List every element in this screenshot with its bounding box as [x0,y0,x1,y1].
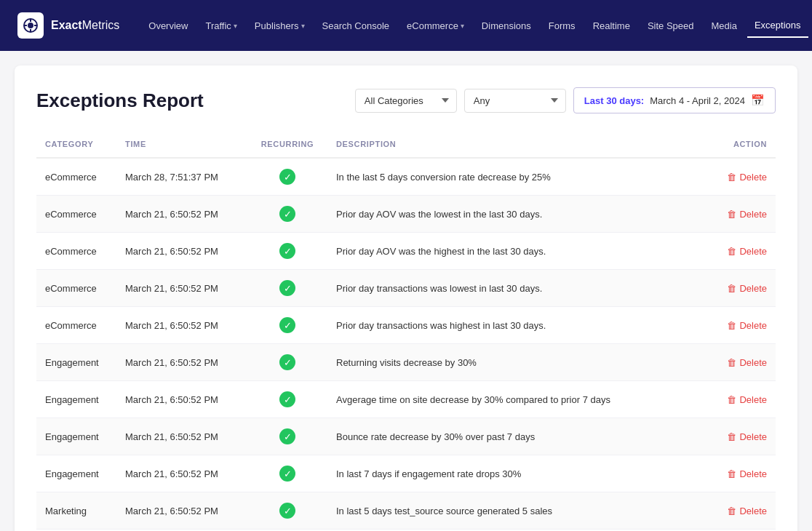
any-filter[interactable]: AnyRecurringNon-recurring [464,89,566,113]
delete-label: Delete [739,283,767,294]
cell-description: Avgerage time on site decrease by 30% co… [327,381,710,418]
delete-label: Delete [739,394,767,405]
table-row: eCommerceMarch 28, 7:51:37 PM✓In the las… [36,158,776,196]
nav-item-forms[interactable]: Forms [541,15,583,37]
cell-category: Engagement [36,344,116,381]
cell-description: Prior day transactions was highest in la… [327,307,710,344]
recurring-check-icon: ✓ [279,503,295,519]
table-row: EngagementMarch 21, 6:50:52 PM✓Bounce ra… [36,418,776,455]
logo-icon [17,12,44,39]
table-row: eCommerceMarch 21, 6:50:52 PM✓Prior day … [36,270,776,307]
table-row: eCommerceMarch 21, 6:50:52 PM✓Prior day … [36,196,776,233]
nav-label: Traffic [205,20,231,31]
delete-button[interactable]: 🗑Delete [727,468,767,479]
recurring-check-icon: ✓ [279,466,295,482]
cell-description: In the last 5 days conversion rate decre… [327,158,710,196]
cell-recurring: ✓ [247,381,327,418]
cell-description: In last 5 days test_source source genera… [327,492,710,530]
recurring-check-icon: ✓ [279,243,295,259]
cell-action: 🗑Delete [710,418,776,455]
nav-item-traffic[interactable]: Traffic▾ [198,15,244,37]
nav-menu: OverviewTraffic▾Publishers▾Search Consol… [141,14,808,38]
delete-button[interactable]: 🗑Delete [727,357,767,368]
report-title: Exceptions Report [36,89,204,112]
delete-label: Delete [739,468,767,479]
delete-label: Delete [739,246,767,257]
category-filter[interactable]: All CategorieseCommerceEngagementMarketi… [355,89,457,113]
table-row: EngagementMarch 21, 6:50:52 PM✓Avgerage … [36,381,776,418]
delete-label: Delete [739,357,767,368]
nav-item-site-speed[interactable]: Site Speed [640,15,701,37]
cell-recurring: ✓ [247,196,327,233]
nav-item-media[interactable]: Media [704,15,744,37]
table-body: eCommerceMarch 28, 7:51:37 PM✓In the las… [36,158,776,531]
cell-action: 🗑Delete [710,344,776,381]
recurring-check-icon: ✓ [279,354,295,370]
cell-time: March 28, 7:51:37 PM [116,158,247,196]
cell-time: March 21, 6:50:52 PM [116,307,247,344]
cell-action: 🗑Delete [710,492,776,530]
delete-label: Delete [739,209,767,220]
delete-button[interactable]: 🗑Delete [727,209,767,220]
nav-item-overview[interactable]: Overview [141,15,195,37]
delete-button[interactable]: 🗑Delete [727,246,767,257]
nav-item-ecommerce[interactable]: eCommerce▾ [399,15,471,37]
svg-point-1 [28,23,33,28]
nav-item-dimensions[interactable]: Dimensions [474,15,538,37]
cell-action: 🗑Delete [710,233,776,270]
nav-label: Overview [148,20,188,31]
delete-button[interactable]: 🗑Delete [727,320,767,331]
trash-icon: 🗑 [727,172,736,183]
delete-button[interactable]: 🗑Delete [727,172,767,183]
table-row: MarketingMarch 21, 6:50:52 PM✓In last 5 … [36,492,776,530]
cell-category: Engagement [36,455,116,492]
delete-button[interactable]: 🗑Delete [727,394,767,405]
cell-time: March 21, 6:50:52 PM [116,196,247,233]
nav-item-exceptions[interactable]: Exceptions [747,14,808,38]
cell-description: Prior day AOV was the highest in the las… [327,233,710,270]
table-row: eCommerceMarch 21, 6:50:52 PM✓Prior day … [36,233,776,270]
recurring-check-icon: ✓ [279,317,295,333]
logo: ExactMetrics [17,12,119,39]
table-row: EngagementMarch 21, 6:50:52 PM✓Returning… [36,344,776,381]
nav-label: Publishers [255,20,299,31]
trash-icon: 🗑 [727,431,736,442]
exceptions-table: CATEGORY TIME RECURRING DESCRIPTION ACTI… [36,134,776,531]
recurring-check-icon: ✓ [279,169,295,185]
col-header-action: ACTION [710,134,776,158]
trash-icon: 🗑 [727,468,736,479]
cell-category: Engagement [36,381,116,418]
cell-description: Prior day AOV was the lowest in the last… [327,196,710,233]
cell-time: March 21, 6:50:52 PM [116,344,247,381]
table-row: eCommerceMarch 21, 6:50:52 PM✓Prior day … [36,307,776,344]
nav-item-realtime[interactable]: Realtime [586,15,637,37]
cell-action: 🗑Delete [710,270,776,307]
col-header-description: DESCRIPTION [327,134,710,158]
delete-label: Delete [739,172,767,183]
cell-recurring: ✓ [247,492,327,530]
report-header: Exceptions Report All CategorieseCommerc… [36,87,776,113]
cell-time: March 21, 6:50:52 PM [116,381,247,418]
cell-action: 🗑Delete [710,307,776,344]
date-range-button[interactable]: Last 30 days: March 4 - April 2, 2024 📅 [573,87,776,113]
table-row: EngagementMarch 21, 6:50:52 PM✓In last 7… [36,455,776,492]
nav-item-search-console[interactable]: Search Console [315,15,397,37]
cell-description: In last 7 days if engagement rate drops … [327,455,710,492]
nav-item-publishers[interactable]: Publishers▾ [247,15,312,37]
cell-action: 🗑Delete [710,455,776,492]
col-header-recurring: RECURRING [247,134,327,158]
delete-button[interactable]: 🗑Delete [727,506,767,516]
main-content: Exceptions Report All CategorieseCommerc… [15,65,797,531]
cell-recurring: ✓ [247,270,327,307]
delete-label: Delete [739,320,767,331]
col-header-time: TIME [116,134,247,158]
cell-recurring: ✓ [247,158,327,196]
nav-label: eCommerce [407,20,458,31]
cell-description: Prior day transactions was lowest in las… [327,270,710,307]
cell-category: eCommerce [36,196,116,233]
delete-button[interactable]: 🗑Delete [727,431,767,442]
delete-button[interactable]: 🗑Delete [727,283,767,294]
nav-label: Realtime [593,20,630,31]
navbar: ExactMetrics OverviewTraffic▾Publishers▾… [0,0,812,51]
recurring-check-icon: ✓ [279,428,295,444]
